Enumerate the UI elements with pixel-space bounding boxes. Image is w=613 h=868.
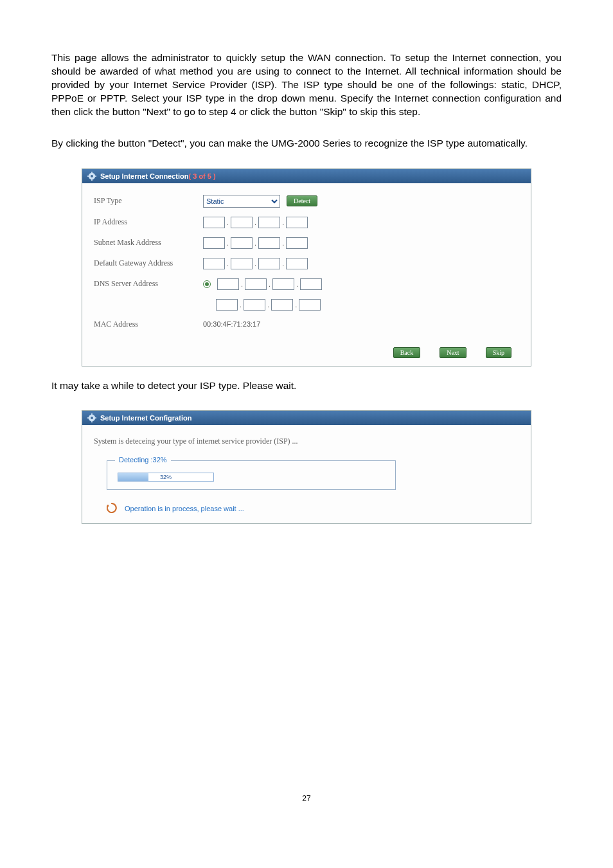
- dot-separator: .: [268, 280, 271, 288]
- detecting-fieldset: Detecting :32% 32%: [107, 460, 396, 490]
- subnet-octet-1[interactable]: [203, 237, 225, 249]
- panel-title-prefix: Setup Internet Connection: [100, 172, 189, 180]
- dot-separator: .: [281, 239, 285, 247]
- subnet-octet-4[interactable]: [286, 237, 308, 249]
- setup-internet-connection-panel: Setup Internet Connection ( 3 of 5 ) ISP…: [82, 168, 531, 366]
- ip-octet-2[interactable]: [231, 217, 253, 228]
- dns2-octet-2[interactable]: [244, 299, 265, 311]
- subnet-mask-label: Subnet Mask Address: [94, 238, 203, 248]
- ip-address-input-group: . . .: [203, 217, 308, 228]
- subnet-mask-input-group: . . .: [203, 237, 308, 249]
- mac-address-value: 00:30:4F:71:23:17: [203, 320, 260, 328]
- detecting-note: System is deteceing your type of interne…: [94, 437, 524, 446]
- back-button[interactable]: Back: [393, 347, 421, 358]
- progress-bar-text: 32%: [118, 473, 213, 481]
- svg-point-1: [91, 175, 93, 177]
- dot-separator: .: [254, 239, 257, 247]
- paragraph-wan-setup: This page allows the administrator to qu…: [51, 51, 562, 119]
- detect-button[interactable]: Detect: [287, 195, 317, 206]
- dns1-octet-3[interactable]: [272, 278, 294, 290]
- gateway-octet-2[interactable]: [231, 258, 253, 269]
- ip-octet-4[interactable]: [286, 217, 308, 228]
- gear-icon: [87, 172, 96, 181]
- dns-server-label: DNS Server Address: [94, 279, 203, 289]
- dot-separator: .: [281, 260, 285, 267]
- svg-point-7: [91, 417, 93, 420]
- ip-address-label: IP Address: [94, 217, 203, 227]
- default-gateway-label: Default Gateway Address: [94, 258, 203, 268]
- panel2-header: Setup Internet Configration: [82, 411, 531, 425]
- dns-radio[interactable]: [203, 280, 211, 288]
- dns2-octet-4[interactable]: [299, 299, 321, 311]
- dns2-octet-3[interactable]: [271, 299, 293, 311]
- dot-separator: .: [226, 219, 229, 226]
- status-text: Operation is in process, please wait ...: [125, 505, 244, 512]
- spinner-icon: [107, 503, 117, 514]
- dot-separator: .: [267, 301, 270, 309]
- dns2-octet-1[interactable]: [216, 299, 238, 311]
- panel-title-step: ( 3 of 5 ): [189, 172, 216, 180]
- gear-icon: [87, 413, 96, 422]
- dot-separator: .: [226, 239, 229, 247]
- dot-separator: .: [296, 280, 299, 288]
- isp-type-label: ISP Type: [94, 196, 203, 206]
- dns2-input-group: . . .: [216, 299, 321, 311]
- page-number: 27: [51, 794, 562, 803]
- subnet-octet-3[interactable]: [258, 237, 280, 249]
- gateway-octet-3[interactable]: [258, 258, 280, 269]
- panel-body: ISP Type Static Detect IP Address . . .: [82, 183, 531, 343]
- setup-internet-configration-panel: Setup Internet Configration System is de…: [82, 410, 531, 524]
- dot-separator: .: [239, 301, 242, 309]
- gateway-octet-1[interactable]: [203, 258, 225, 269]
- dot-separator: .: [294, 301, 298, 309]
- isp-type-select[interactable]: Static: [203, 195, 280, 208]
- ip-octet-3[interactable]: [258, 217, 280, 228]
- dns1-octet-1[interactable]: [217, 278, 239, 290]
- dot-separator: .: [226, 260, 229, 267]
- skip-button[interactable]: Skip: [486, 347, 511, 358]
- dot-separator: .: [254, 260, 257, 267]
- progress-bar: 32%: [118, 473, 214, 482]
- dot-separator: .: [281, 219, 285, 226]
- dns1-input-group: . . .: [203, 278, 322, 290]
- dot-separator: .: [254, 219, 257, 226]
- paragraph-detect: By clicking the button "Detect", you can…: [51, 137, 562, 150]
- detecting-legend: Detecting :32%: [115, 456, 171, 464]
- status-row: Operation is in process, please wait ...: [107, 503, 524, 514]
- mac-address-label: MAC Address: [94, 320, 203, 329]
- paragraph-wait: It may take a while to detect your ISP t…: [51, 379, 562, 393]
- ip-octet-1[interactable]: [203, 217, 225, 228]
- panel2-title: Setup Internet Configration: [100, 414, 191, 422]
- dns1-octet-2[interactable]: [245, 278, 267, 290]
- dot-separator: .: [240, 280, 244, 288]
- gateway-octet-4[interactable]: [286, 258, 308, 269]
- dns1-octet-4[interactable]: [300, 278, 322, 290]
- next-button[interactable]: Next: [440, 347, 466, 358]
- gateway-input-group: . . .: [203, 258, 308, 269]
- subnet-octet-2[interactable]: [231, 237, 253, 249]
- panel-header: Setup Internet Connection ( 3 of 5 ): [82, 169, 531, 183]
